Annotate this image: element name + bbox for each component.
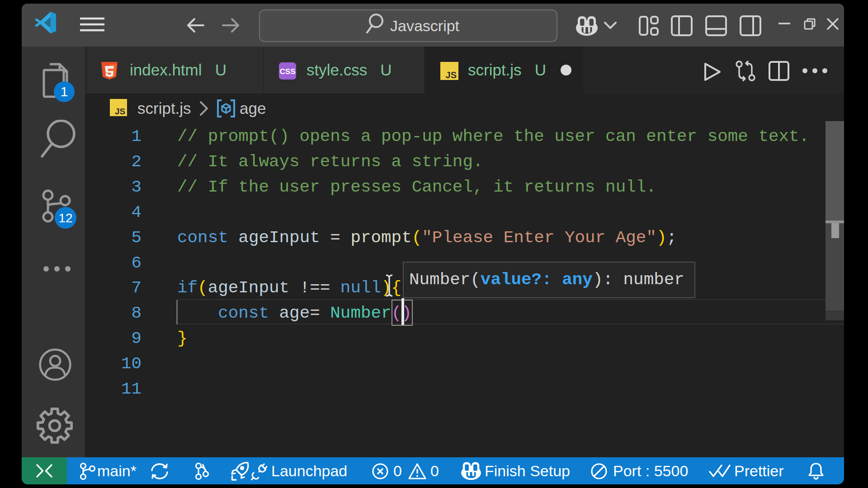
svg-text:CSS: CSS xyxy=(280,67,296,76)
svg-text:1: 1 xyxy=(61,84,68,99)
svg-text:12: 12 xyxy=(58,211,72,225)
svg-text:JS: JS xyxy=(115,107,125,116)
svg-text:JS: JS xyxy=(446,70,457,80)
